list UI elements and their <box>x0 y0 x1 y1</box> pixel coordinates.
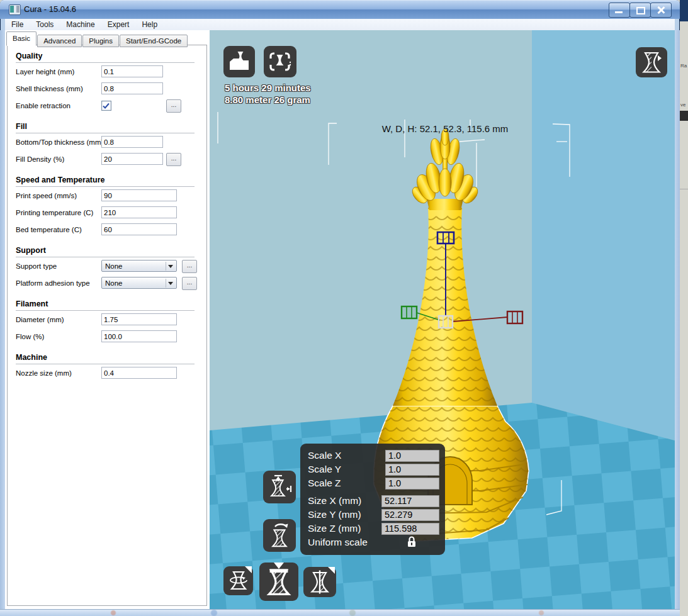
settings-panel: BasicAdvancedPluginsStart/End-GCode Qual… <box>5 30 210 609</box>
diameter-input[interactable] <box>101 313 177 325</box>
viewport-3d[interactable]: 5 hours 29 minutes 8.80 meter 26 gram W,… <box>210 30 675 609</box>
printing-temperature-label: Printing temperature (C) <box>16 209 93 216</box>
uniform-scale-lock[interactable] <box>407 535 417 550</box>
chevron-down-icon <box>168 265 173 271</box>
tab-plugins[interactable]: Plugins <box>82 35 119 47</box>
scale-menu-indicator-icon <box>274 563 284 569</box>
material-usage-label: 8.80 meter 26 gram <box>225 94 311 106</box>
section-support: Support <box>16 246 195 257</box>
maximize-button[interactable] <box>629 3 651 18</box>
scale-tool-button[interactable] <box>259 563 298 601</box>
window-title: Cura - 15.04.6 <box>24 4 76 14</box>
model-dimensions-label: W, D, H: 52.1, 52.3, 115.6 mm <box>351 123 539 134</box>
load-model-button[interactable] <box>223 46 255 77</box>
size-z-input[interactable] <box>381 523 439 535</box>
reset-scale-button[interactable] <box>263 519 296 552</box>
fill-settings-button[interactable]: ... <box>166 153 181 166</box>
toolpath-icon <box>267 49 293 74</box>
menu-item-expert[interactable]: Expert <box>101 19 136 30</box>
maximize-icon <box>636 7 645 14</box>
scale-handle-x[interactable] <box>402 306 417 318</box>
scale-z-input[interactable] <box>385 478 439 490</box>
size-y-label: Size Y (mm) <box>308 509 381 520</box>
nozzle-size-input[interactable] <box>101 367 177 379</box>
size-y-input[interactable] <box>381 509 439 521</box>
window-left-border <box>0 30 5 609</box>
nozzle-size-label: Nozzle size (mm) <box>16 369 72 377</box>
menu-item-tools[interactable]: Tools <box>30 19 60 30</box>
basic-tab-page: Quality Layer height (mm) Shell thicknes… <box>7 45 207 606</box>
shell-thickness-label: Shell thickness (mm) <box>16 85 83 92</box>
print-time-label: 5 hours 29 minutes <box>225 82 311 94</box>
section-filament: Filament <box>16 300 195 311</box>
background-window-text-fragment: ve <box>680 102 685 108</box>
load-model-icon <box>227 49 252 74</box>
rotate-menu-indicator-icon <box>245 566 252 573</box>
scale-z-label: Scale Z <box>308 478 385 489</box>
background-window-sliver: Ra ve <box>680 0 688 616</box>
print-speed-label: Print speed (mm/s) <box>16 192 77 199</box>
close-button[interactable] <box>650 3 672 18</box>
print-estimate: 5 hours 29 minutes 8.80 meter 26 gram <box>225 82 311 106</box>
support-type-select[interactable]: None <box>101 260 177 272</box>
diameter-label: Diameter (mm) <box>16 316 64 323</box>
fill-density-input[interactable] <box>101 153 163 165</box>
support-type-label: Support type <box>16 262 57 270</box>
tab-start-end-gcode[interactable]: Start/End-GCode <box>120 35 188 47</box>
scale-y-label: Scale Y <box>308 464 385 475</box>
background-window-text-fragment: Ra <box>680 63 687 69</box>
section-speed-temperature: Speed and Temperature <box>16 176 195 187</box>
layer-height-input[interactable] <box>101 65 163 77</box>
view-mode-icon <box>639 50 664 75</box>
bottom-top-thickness-label: Bottom/Top thickness (mm) <box>16 138 103 146</box>
size-x-label: Size X (mm) <box>308 495 381 507</box>
lock-icon <box>407 535 417 547</box>
print-save-toolpath-button[interactable] <box>264 46 296 77</box>
mirror-tool-button[interactable] <box>303 567 336 597</box>
scale-handle-center[interactable] <box>439 316 453 328</box>
menubar: File Tools Machine Expert Help <box>5 19 675 31</box>
enable-retraction-checkbox[interactable] <box>101 101 111 111</box>
scale-y-input[interactable] <box>385 464 439 476</box>
rotate-tool-button[interactable] <box>223 566 253 595</box>
scale-x-label: Scale X <box>308 450 385 461</box>
bottom-top-thickness-input[interactable] <box>101 136 163 148</box>
scale-to-max-icon <box>266 474 293 500</box>
cura-app-icon <box>9 4 21 15</box>
scale-to-max-button[interactable] <box>263 471 296 503</box>
flow-label: Flow (%) <box>16 333 44 340</box>
platform-adhesion-select[interactable]: None <box>101 277 177 289</box>
menu-item-file[interactable]: File <box>5 19 30 30</box>
scale-x-input[interactable] <box>385 450 439 462</box>
titlebar: Cura - 15.04.6 <box>0 0 680 19</box>
background-window-dark-bar <box>680 111 688 121</box>
menu-item-help[interactable]: Help <box>135 19 164 30</box>
adhesion-settings-button[interactable]: ... <box>182 277 197 290</box>
uniform-scale-label: Uniform scale <box>308 537 407 548</box>
shell-thickness-input[interactable] <box>101 82 163 94</box>
tab-advanced[interactable]: Advanced <box>37 35 82 47</box>
section-fill: Fill <box>16 122 195 133</box>
size-z-label: Size Z (mm) <box>308 523 381 534</box>
size-x-input[interactable] <box>381 495 439 507</box>
window-right-border <box>675 30 680 609</box>
platform-adhesion-label: Platform adhesion type <box>16 279 90 287</box>
window-bottom-border <box>0 609 680 616</box>
flow-input[interactable] <box>101 330 177 342</box>
side-wall <box>532 30 675 440</box>
retraction-settings-button[interactable]: ... <box>166 99 181 113</box>
scale-tool-panel: Scale X Scale Y Scale Z Size X (mm) Size… <box>300 444 445 555</box>
enable-retraction-label: Enable retraction <box>16 102 70 109</box>
printing-temperature-input[interactable] <box>101 206 177 218</box>
mirror-menu-indicator-icon <box>328 567 335 574</box>
support-settings-button[interactable]: ... <box>182 260 197 273</box>
tab-basic[interactable]: Basic <box>6 31 37 46</box>
view-mode-button[interactable] <box>636 47 667 77</box>
menu-item-machine[interactable]: Machine <box>60 19 101 30</box>
fill-density-label: Fill Density (%) <box>16 155 64 163</box>
print-speed-input[interactable] <box>101 189 177 201</box>
bed-temperature-input[interactable] <box>101 223 177 235</box>
scale-tool-icon <box>263 566 295 598</box>
section-machine: Machine <box>16 353 195 364</box>
minimize-button[interactable] <box>609 3 630 18</box>
